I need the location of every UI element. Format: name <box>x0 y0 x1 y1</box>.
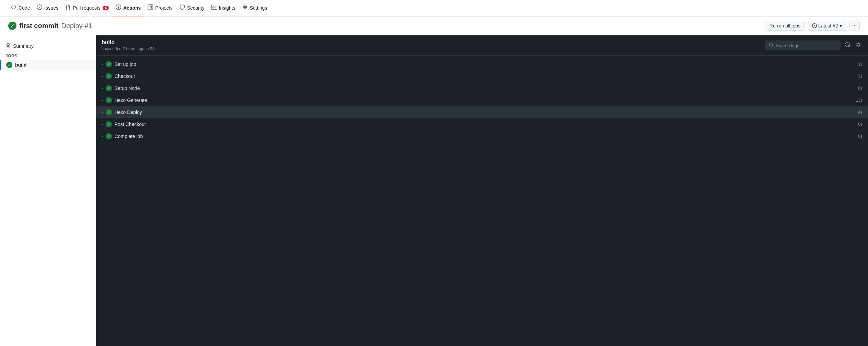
step-row-checkout[interactable]: › ✓ Checkout 3s <box>96 70 868 82</box>
nav-item-actions[interactable]: Actions <box>113 0 143 16</box>
log-settings-button[interactable] <box>854 41 863 50</box>
main-content: Summary Jobs ✓ build build succeeded 2 h… <box>0 35 868 346</box>
search-icon <box>769 43 774 48</box>
pull-requests-badge: 4 <box>103 6 109 10</box>
more-options-button[interactable]: ··· <box>849 21 860 31</box>
run-success-icon: ✓ <box>8 22 16 30</box>
nav-item-issues[interactable]: Issues <box>34 0 61 16</box>
sidebar-summary-label: Summary <box>13 43 34 49</box>
nav-label-issues: Issues <box>44 5 58 11</box>
step-success-icon: ✓ <box>106 73 112 79</box>
step-name: Set up job <box>115 61 856 67</box>
latest-run-button[interactable]: Latest #2 ▾ <box>808 21 846 31</box>
log-header: build succeeded 2 hours ago in 24s Searc… <box>96 35 868 56</box>
projects-icon <box>148 4 153 11</box>
home-icon <box>5 43 10 49</box>
rerun-all-jobs-button[interactable]: Re-run all jobs <box>765 21 805 31</box>
nav-item-projects[interactable]: Projects <box>145 0 175 16</box>
step-list: › ✓ Set up job 1s › ✓ Checkout 3s › ✓ Se… <box>96 56 868 145</box>
nav-item-settings[interactable]: Settings <box>240 0 270 16</box>
run-header: ✓ first commit Deploy #1 Re-run all jobs… <box>0 16 868 35</box>
step-success-icon: ✓ <box>106 109 112 115</box>
step-duration: 0s <box>858 134 863 139</box>
step-row-post-checkout[interactable]: › ✓ Post Checkout 0s <box>96 118 868 130</box>
nav-label-security: Security <box>187 5 205 11</box>
step-row-hexo-generate[interactable]: › ✓ Hexo Generate 13s <box>96 94 868 106</box>
sidebar: Summary Jobs ✓ build <box>0 35 96 346</box>
clock-icon <box>812 23 817 28</box>
step-row-hexo-deploy[interactable]: › ✓ Hexo Deploy 4s <box>96 106 868 118</box>
chevron-right-icon: › <box>102 62 103 66</box>
run-workflow-tag: Deploy #1 <box>61 22 92 30</box>
nav-label-settings: Settings <box>250 5 267 11</box>
run-commit-title: first commit <box>19 22 58 30</box>
sidebar-job-build[interactable]: ✓ build <box>0 60 96 70</box>
nav-item-security[interactable]: Security <box>177 0 207 16</box>
step-duration: 0s <box>858 86 863 91</box>
log-build-info: build succeeded 2 hours ago in 24s <box>102 39 157 51</box>
issues-icon <box>37 4 42 11</box>
pull-requests-icon <box>65 4 71 11</box>
log-build-title: build <box>102 39 157 46</box>
nav-item-pull-requests[interactable]: Pull requests 4 <box>62 0 112 16</box>
step-row-setup-node[interactable]: › ✓ Setup Node 0s <box>96 82 868 94</box>
step-success-icon: ✓ <box>106 61 112 67</box>
log-panel: build succeeded 2 hours ago in 24s Searc… <box>96 35 868 346</box>
step-row-complete-job[interactable]: › ✓ Complete job 0s <box>96 130 868 142</box>
step-success-icon: ✓ <box>106 133 112 139</box>
step-success-icon: ✓ <box>106 85 112 91</box>
sidebar-summary-link[interactable]: Summary <box>0 41 96 51</box>
log-header-actions: Search logs <box>765 41 863 50</box>
step-name: Hexo Generate <box>115 97 853 103</box>
step-duration: 4s <box>858 110 863 115</box>
step-duration: 1s <box>858 62 863 67</box>
refresh-logs-button[interactable] <box>843 41 852 50</box>
chevron-right-icon: › <box>102 110 103 114</box>
step-success-icon: ✓ <box>106 97 112 103</box>
nav-item-code[interactable]: Code <box>8 0 33 16</box>
security-icon <box>180 4 185 11</box>
code-icon <box>11 4 16 11</box>
step-name: Setup Node <box>115 85 856 91</box>
nav-item-insights[interactable]: Insights <box>209 0 238 16</box>
step-duration: 13s <box>856 98 863 103</box>
nav-label-actions: Actions <box>123 5 141 11</box>
actions-icon <box>116 4 121 11</box>
chevron-right-icon: › <box>102 122 103 126</box>
nav-label-projects: Projects <box>155 5 173 11</box>
step-success-icon: ✓ <box>106 121 112 127</box>
nav-label-code: Code <box>19 5 30 11</box>
step-duration: 3s <box>858 74 863 79</box>
nav-label-insights: Insights <box>219 5 235 11</box>
chevron-right-icon: › <box>102 98 103 102</box>
chevron-down-icon: ▾ <box>840 23 842 28</box>
latest-label: Latest #2 <box>818 23 838 28</box>
search-logs-placeholder: Search logs <box>776 43 799 48</box>
sidebar-jobs-label: Jobs <box>0 51 96 60</box>
insights-icon <box>211 4 217 11</box>
chevron-right-icon: › <box>102 134 103 138</box>
step-row-set-up-job[interactable]: › ✓ Set up job 1s <box>96 58 868 70</box>
chevron-right-icon: › <box>102 86 103 90</box>
step-name: Hexo Deploy <box>115 109 856 115</box>
step-name: Post Checkout <box>115 122 856 127</box>
run-actions: Re-run all jobs Latest #2 ▾ ··· <box>765 21 860 31</box>
step-name: Checkout <box>115 73 856 79</box>
job-success-icon: ✓ <box>6 62 12 68</box>
run-title: ✓ first commit Deploy #1 <box>8 22 92 30</box>
nav-label-pull-requests: Pull requests <box>73 5 101 11</box>
top-nav: Code Issues Pull requests 4 Actions Proj… <box>0 0 868 16</box>
settings-icon <box>242 4 248 11</box>
chevron-right-icon: › <box>102 74 103 78</box>
sidebar-job-build-label: build <box>15 62 26 68</box>
search-logs-input[interactable]: Search logs <box>765 41 841 50</box>
log-build-subtitle: succeeded 2 hours ago in 24s <box>102 46 157 51</box>
step-name: Complete job <box>115 134 856 139</box>
step-duration: 0s <box>858 122 863 127</box>
